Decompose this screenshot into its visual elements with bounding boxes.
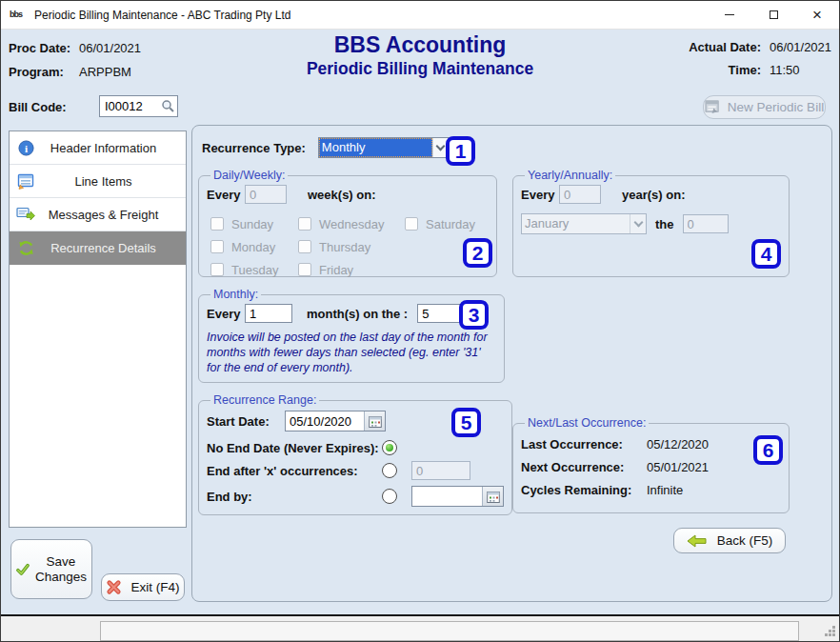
months-suffix-label: month(s) on the : bbox=[307, 307, 408, 321]
years-suffix-label: year(s) on: bbox=[622, 188, 685, 202]
daily-weekly-legend: Daily/Weekly: bbox=[210, 169, 288, 182]
checkbox-icon bbox=[210, 240, 224, 253]
line-items-icon bbox=[10, 173, 42, 190]
next-occurrence-label: Next Occurrence: bbox=[521, 460, 647, 474]
range-legend: Recurrence Range: bbox=[210, 393, 319, 407]
group-yearly-annually: Yearly/Annually: Every year(s) on: Janua… bbox=[512, 169, 790, 277]
checkbox-sunday: Sunday bbox=[210, 212, 298, 235]
recurrence-type-row: Recurrence Type: Monthly bbox=[202, 137, 450, 158]
month-select-value: January bbox=[522, 214, 630, 233]
start-date-input[interactable] bbox=[286, 411, 364, 431]
checkbox-icon bbox=[405, 217, 418, 231]
checkbox-label: Friday bbox=[319, 263, 353, 277]
header-left: Proc Date:06/01/2021 Program:ARPPBM bbox=[9, 36, 141, 84]
months-interval-input[interactable] bbox=[245, 304, 292, 323]
months-every-label: Every bbox=[207, 307, 245, 321]
no-end-date-label: No End Date (Never Expires): bbox=[207, 441, 382, 455]
yearly-legend: Yearly/Annually: bbox=[525, 169, 615, 182]
start-date-field bbox=[285, 411, 386, 431]
cycles-remaining-label: Cycles Remaining: bbox=[521, 483, 647, 497]
end-by-radio[interactable] bbox=[382, 489, 397, 504]
sidebar-item-recurrence-details[interactable]: Recurrence Details bbox=[10, 231, 186, 265]
actual-date-label: Actual Date: bbox=[689, 40, 761, 54]
sidebar-item-label: Line Items bbox=[42, 174, 165, 189]
end-after-label: End after 'x' occurrences: bbox=[207, 464, 382, 478]
weeks-suffix-label: week(s) on: bbox=[308, 188, 376, 202]
program-value: ARPPBM bbox=[79, 65, 131, 79]
checkbox-saturday: Saturday bbox=[405, 212, 487, 235]
monthly-note: Invoice will be posted on the last day o… bbox=[207, 330, 494, 375]
checkbox-tuesday: Tuesday bbox=[210, 258, 298, 281]
status-bar bbox=[1, 614, 839, 641]
no-end-date-radio[interactable] bbox=[382, 440, 397, 455]
save-changes-button[interactable]: Save Changes bbox=[10, 539, 92, 599]
maximize-button[interactable] bbox=[751, 1, 795, 29]
new-bill-icon bbox=[705, 100, 721, 114]
bill-code-input[interactable] bbox=[100, 99, 158, 113]
sidebar-item-line-items[interactable]: Line Items bbox=[10, 165, 186, 198]
calendar-icon[interactable] bbox=[364, 411, 385, 431]
end-by-field bbox=[411, 486, 504, 507]
checkbox-icon bbox=[210, 217, 224, 231]
sidebar-item-messages-freight[interactable]: Messages & Freight bbox=[10, 198, 186, 231]
close-button[interactable]: × bbox=[795, 1, 839, 29]
recurrence-icon bbox=[10, 240, 42, 256]
occurrence-legend: Next/Last Occurrence: bbox=[525, 416, 649, 430]
occurrences-input bbox=[411, 461, 470, 480]
checkbox-thursday: Thursday bbox=[298, 235, 405, 258]
checkbox-monday: Monday bbox=[210, 235, 298, 258]
annotation-2: 2 bbox=[463, 238, 492, 268]
recurrence-type-value: Monthly bbox=[319, 138, 432, 157]
search-icon[interactable] bbox=[158, 99, 177, 113]
save-button-label: Save Changes bbox=[35, 554, 87, 585]
sidebar-item-header-information[interactable]: i Header Information bbox=[10, 131, 186, 165]
end-by-input[interactable] bbox=[412, 487, 482, 506]
status-message-area bbox=[100, 621, 799, 641]
actual-date-value: 06/01/2021 bbox=[761, 40, 830, 54]
checkbox-label: Monday bbox=[231, 240, 275, 254]
monthly-legend: Monthly: bbox=[210, 288, 261, 301]
checkbox-icon bbox=[298, 263, 311, 276]
annotation-1: 1 bbox=[446, 136, 475, 166]
proc-date-label: Proc Date: bbox=[9, 41, 79, 55]
annotation-3: 3 bbox=[459, 300, 489, 330]
sidebar-item-label: Messages & Freight bbox=[42, 208, 165, 222]
years-every-label: Every bbox=[521, 188, 559, 202]
weeks-every-label: Every bbox=[207, 188, 245, 202]
header-center: BBS Accounting Periodic Billing Maintena… bbox=[191, 32, 649, 79]
group-daily-weekly: Daily/Weekly: Every week(s) on: Sunday M… bbox=[198, 169, 497, 277]
info-icon: i bbox=[10, 140, 42, 156]
sidebar-item-label: Header Information bbox=[42, 141, 165, 155]
time-value: 11:50 bbox=[761, 63, 830, 77]
bill-code-field bbox=[99, 95, 178, 117]
recurrence-type-label: Recurrence Type: bbox=[202, 141, 306, 155]
time-label: Time: bbox=[729, 63, 761, 77]
sidebar: i Header Information Line Items Messages… bbox=[9, 130, 187, 528]
checkbox-icon bbox=[210, 263, 224, 276]
new-periodic-bill-label: New Periodic Bill bbox=[728, 100, 824, 114]
checkbox-icon bbox=[298, 217, 311, 231]
proc-date-value: 06/01/2021 bbox=[79, 41, 141, 55]
month-day-input[interactable] bbox=[417, 304, 465, 323]
program-label: Program: bbox=[9, 65, 79, 79]
page-subtitle: Periodic Billing Maintenance bbox=[191, 59, 649, 79]
annotation-4: 4 bbox=[751, 239, 781, 269]
titlebar: bbs Periodic Billing Maintenance - ABC T… bbox=[1, 1, 839, 30]
calendar-icon[interactable] bbox=[482, 487, 503, 506]
recurrence-type-select[interactable]: Monthly bbox=[318, 137, 450, 158]
checkbox-label: Sunday bbox=[231, 217, 273, 231]
back-button[interactable]: Back (F5) bbox=[673, 528, 786, 553]
header-right: Actual Date:06/01/2021 Time:11:50 bbox=[689, 35, 830, 81]
group-monthly: Monthly: Every month(s) on the : Invoice… bbox=[198, 288, 505, 383]
minimize-button[interactable] bbox=[708, 1, 751, 29]
last-occurrence-value: 05/12/2020 bbox=[647, 437, 709, 451]
checkbox-label: Tuesday bbox=[231, 263, 278, 277]
exit-button[interactable]: Exit (F4) bbox=[101, 573, 185, 601]
x-icon bbox=[106, 579, 122, 595]
checkbox-label: Saturday bbox=[426, 217, 475, 231]
chevron-down-icon bbox=[630, 214, 646, 233]
end-after-radio[interactable] bbox=[382, 463, 397, 478]
app-logo-icon: bbs bbox=[10, 11, 27, 18]
group-next-last-occurrence: Next/Last Occurrence: Last Occurrence:05… bbox=[512, 416, 790, 513]
resize-grip[interactable] bbox=[825, 626, 836, 637]
